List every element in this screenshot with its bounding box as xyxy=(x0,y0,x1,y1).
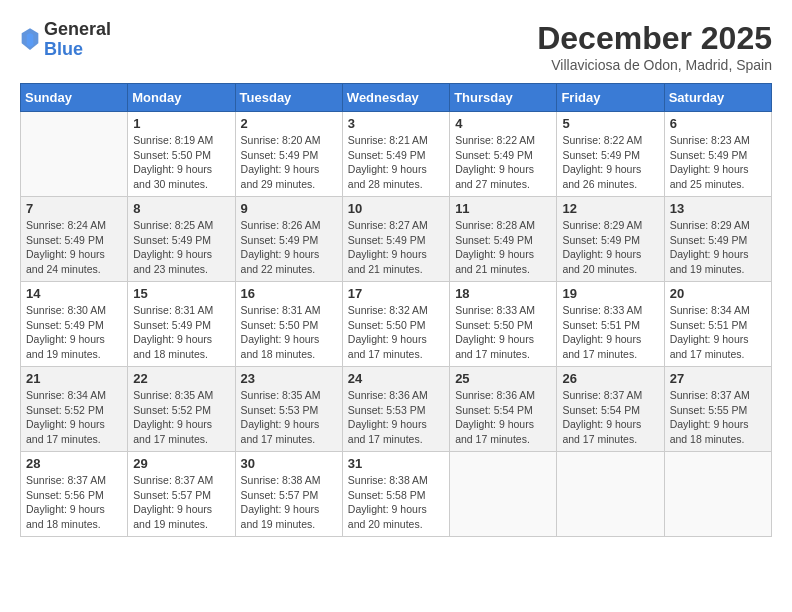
day-number: 5 xyxy=(562,116,658,131)
calendar-week-row: 21Sunrise: 8:34 AM Sunset: 5:52 PM Dayli… xyxy=(21,367,772,452)
day-number: 20 xyxy=(670,286,766,301)
logo: General Blue xyxy=(20,20,111,60)
calendar-cell xyxy=(557,452,664,537)
day-number: 22 xyxy=(133,371,229,386)
calendar-cell xyxy=(21,112,128,197)
day-number: 28 xyxy=(26,456,122,471)
calendar-cell: 17Sunrise: 8:32 AM Sunset: 5:50 PM Dayli… xyxy=(342,282,449,367)
calendar-cell: 3Sunrise: 8:21 AM Sunset: 5:49 PM Daylig… xyxy=(342,112,449,197)
calendar-cell: 10Sunrise: 8:27 AM Sunset: 5:49 PM Dayli… xyxy=(342,197,449,282)
calendar-cell: 14Sunrise: 8:30 AM Sunset: 5:49 PM Dayli… xyxy=(21,282,128,367)
day-number: 26 xyxy=(562,371,658,386)
day-info: Sunrise: 8:22 AM Sunset: 5:49 PM Dayligh… xyxy=(455,133,551,192)
day-info: Sunrise: 8:38 AM Sunset: 5:57 PM Dayligh… xyxy=(241,473,337,532)
day-info: Sunrise: 8:19 AM Sunset: 5:50 PM Dayligh… xyxy=(133,133,229,192)
calendar-cell: 22Sunrise: 8:35 AM Sunset: 5:52 PM Dayli… xyxy=(128,367,235,452)
calendar-week-row: 7Sunrise: 8:24 AM Sunset: 5:49 PM Daylig… xyxy=(21,197,772,282)
day-number: 30 xyxy=(241,456,337,471)
calendar-cell: 4Sunrise: 8:22 AM Sunset: 5:49 PM Daylig… xyxy=(450,112,557,197)
day-number: 17 xyxy=(348,286,444,301)
day-info: Sunrise: 8:33 AM Sunset: 5:51 PM Dayligh… xyxy=(562,303,658,362)
day-number: 8 xyxy=(133,201,229,216)
day-number: 1 xyxy=(133,116,229,131)
day-info: Sunrise: 8:35 AM Sunset: 5:53 PM Dayligh… xyxy=(241,388,337,447)
calendar-cell: 25Sunrise: 8:36 AM Sunset: 5:54 PM Dayli… xyxy=(450,367,557,452)
calendar-cell: 1Sunrise: 8:19 AM Sunset: 5:50 PM Daylig… xyxy=(128,112,235,197)
day-number: 19 xyxy=(562,286,658,301)
calendar-cell: 28Sunrise: 8:37 AM Sunset: 5:56 PM Dayli… xyxy=(21,452,128,537)
day-info: Sunrise: 8:37 AM Sunset: 5:57 PM Dayligh… xyxy=(133,473,229,532)
day-info: Sunrise: 8:21 AM Sunset: 5:49 PM Dayligh… xyxy=(348,133,444,192)
calendar-cell: 16Sunrise: 8:31 AM Sunset: 5:50 PM Dayli… xyxy=(235,282,342,367)
day-info: Sunrise: 8:24 AM Sunset: 5:49 PM Dayligh… xyxy=(26,218,122,277)
calendar-cell: 20Sunrise: 8:34 AM Sunset: 5:51 PM Dayli… xyxy=(664,282,771,367)
calendar-cell: 30Sunrise: 8:38 AM Sunset: 5:57 PM Dayli… xyxy=(235,452,342,537)
day-info: Sunrise: 8:36 AM Sunset: 5:53 PM Dayligh… xyxy=(348,388,444,447)
calendar-cell: 29Sunrise: 8:37 AM Sunset: 5:57 PM Dayli… xyxy=(128,452,235,537)
day-info: Sunrise: 8:31 AM Sunset: 5:50 PM Dayligh… xyxy=(241,303,337,362)
day-info: Sunrise: 8:20 AM Sunset: 5:49 PM Dayligh… xyxy=(241,133,337,192)
day-info: Sunrise: 8:34 AM Sunset: 5:51 PM Dayligh… xyxy=(670,303,766,362)
calendar-cell: 21Sunrise: 8:34 AM Sunset: 5:52 PM Dayli… xyxy=(21,367,128,452)
calendar-cell: 23Sunrise: 8:35 AM Sunset: 5:53 PM Dayli… xyxy=(235,367,342,452)
header-wednesday: Wednesday xyxy=(342,84,449,112)
day-number: 12 xyxy=(562,201,658,216)
day-number: 9 xyxy=(241,201,337,216)
day-number: 16 xyxy=(241,286,337,301)
day-info: Sunrise: 8:37 AM Sunset: 5:55 PM Dayligh… xyxy=(670,388,766,447)
day-info: Sunrise: 8:22 AM Sunset: 5:49 PM Dayligh… xyxy=(562,133,658,192)
day-info: Sunrise: 8:25 AM Sunset: 5:49 PM Dayligh… xyxy=(133,218,229,277)
day-info: Sunrise: 8:29 AM Sunset: 5:49 PM Dayligh… xyxy=(670,218,766,277)
title-block: December 2025 Villaviciosa de Odon, Madr… xyxy=(537,20,772,73)
header-friday: Friday xyxy=(557,84,664,112)
calendar-cell: 13Sunrise: 8:29 AM Sunset: 5:49 PM Dayli… xyxy=(664,197,771,282)
calendar-cell: 5Sunrise: 8:22 AM Sunset: 5:49 PM Daylig… xyxy=(557,112,664,197)
calendar-cell: 6Sunrise: 8:23 AM Sunset: 5:49 PM Daylig… xyxy=(664,112,771,197)
logo-general: General xyxy=(44,20,111,40)
day-number: 24 xyxy=(348,371,444,386)
calendar-header-row: SundayMondayTuesdayWednesdayThursdayFrid… xyxy=(21,84,772,112)
calendar-cell: 26Sunrise: 8:37 AM Sunset: 5:54 PM Dayli… xyxy=(557,367,664,452)
day-info: Sunrise: 8:34 AM Sunset: 5:52 PM Dayligh… xyxy=(26,388,122,447)
calendar-cell: 15Sunrise: 8:31 AM Sunset: 5:49 PM Dayli… xyxy=(128,282,235,367)
header-saturday: Saturday xyxy=(664,84,771,112)
day-number: 11 xyxy=(455,201,551,216)
day-info: Sunrise: 8:31 AM Sunset: 5:49 PM Dayligh… xyxy=(133,303,229,362)
day-info: Sunrise: 8:37 AM Sunset: 5:54 PM Dayligh… xyxy=(562,388,658,447)
calendar-cell xyxy=(664,452,771,537)
day-number: 3 xyxy=(348,116,444,131)
calendar-cell: 9Sunrise: 8:26 AM Sunset: 5:49 PM Daylig… xyxy=(235,197,342,282)
header-tuesday: Tuesday xyxy=(235,84,342,112)
day-info: Sunrise: 8:33 AM Sunset: 5:50 PM Dayligh… xyxy=(455,303,551,362)
day-number: 13 xyxy=(670,201,766,216)
calendar-week-row: 14Sunrise: 8:30 AM Sunset: 5:49 PM Dayli… xyxy=(21,282,772,367)
day-number: 7 xyxy=(26,201,122,216)
day-number: 31 xyxy=(348,456,444,471)
day-number: 29 xyxy=(133,456,229,471)
calendar-cell: 19Sunrise: 8:33 AM Sunset: 5:51 PM Dayli… xyxy=(557,282,664,367)
day-number: 14 xyxy=(26,286,122,301)
day-info: Sunrise: 8:29 AM Sunset: 5:49 PM Dayligh… xyxy=(562,218,658,277)
calendar-table: SundayMondayTuesdayWednesdayThursdayFrid… xyxy=(20,83,772,537)
header-thursday: Thursday xyxy=(450,84,557,112)
day-number: 21 xyxy=(26,371,122,386)
day-info: Sunrise: 8:28 AM Sunset: 5:49 PM Dayligh… xyxy=(455,218,551,277)
day-info: Sunrise: 8:30 AM Sunset: 5:49 PM Dayligh… xyxy=(26,303,122,362)
day-number: 27 xyxy=(670,371,766,386)
day-number: 10 xyxy=(348,201,444,216)
calendar-week-row: 28Sunrise: 8:37 AM Sunset: 5:56 PM Dayli… xyxy=(21,452,772,537)
calendar-cell: 12Sunrise: 8:29 AM Sunset: 5:49 PM Dayli… xyxy=(557,197,664,282)
day-info: Sunrise: 8:27 AM Sunset: 5:49 PM Dayligh… xyxy=(348,218,444,277)
day-info: Sunrise: 8:35 AM Sunset: 5:52 PM Dayligh… xyxy=(133,388,229,447)
calendar-cell: 7Sunrise: 8:24 AM Sunset: 5:49 PM Daylig… xyxy=(21,197,128,282)
calendar-cell: 27Sunrise: 8:37 AM Sunset: 5:55 PM Dayli… xyxy=(664,367,771,452)
logo-blue: Blue xyxy=(44,40,111,60)
day-info: Sunrise: 8:37 AM Sunset: 5:56 PM Dayligh… xyxy=(26,473,122,532)
calendar-cell: 24Sunrise: 8:36 AM Sunset: 5:53 PM Dayli… xyxy=(342,367,449,452)
day-number: 4 xyxy=(455,116,551,131)
day-number: 15 xyxy=(133,286,229,301)
calendar-cell xyxy=(450,452,557,537)
day-info: Sunrise: 8:38 AM Sunset: 5:58 PM Dayligh… xyxy=(348,473,444,532)
day-number: 2 xyxy=(241,116,337,131)
day-info: Sunrise: 8:36 AM Sunset: 5:54 PM Dayligh… xyxy=(455,388,551,447)
